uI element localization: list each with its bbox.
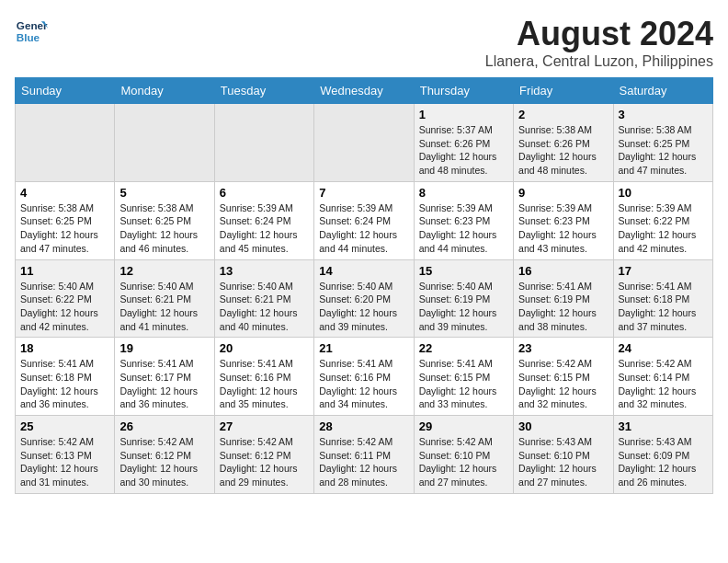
calendar-cell: 9Sunrise: 5:39 AM Sunset: 6:23 PM Daylig… bbox=[514, 181, 613, 259]
day-number: 21 bbox=[319, 341, 408, 355]
svg-text:General: General bbox=[17, 19, 48, 31]
logo: General Blue bbox=[15, 15, 48, 48]
calendar-cell: 19Sunrise: 5:41 AM Sunset: 6:17 PM Dayli… bbox=[115, 338, 214, 416]
calendar-cell: 14Sunrise: 5:40 AM Sunset: 6:20 PM Dayli… bbox=[314, 259, 414, 338]
calendar-cell: 10Sunrise: 5:39 AM Sunset: 6:22 PM Dayli… bbox=[613, 181, 712, 259]
calendar-cell: 15Sunrise: 5:40 AM Sunset: 6:19 PM Dayli… bbox=[414, 259, 513, 338]
calendar-week-row: 18Sunrise: 5:41 AM Sunset: 6:18 PM Dayli… bbox=[16, 338, 713, 416]
column-header-monday: Monday bbox=[115, 78, 214, 104]
day-number: 18 bbox=[20, 341, 109, 355]
column-header-sunday: Sunday bbox=[16, 78, 115, 104]
day-info: Sunrise: 5:41 AM Sunset: 6:19 PM Dayligh… bbox=[518, 280, 608, 334]
calendar-cell: 25Sunrise: 5:42 AM Sunset: 6:13 PM Dayli… bbox=[16, 416, 115, 494]
day-info: Sunrise: 5:42 AM Sunset: 6:10 PM Dayligh… bbox=[419, 435, 508, 489]
calendar-cell: 30Sunrise: 5:43 AM Sunset: 6:10 PM Dayli… bbox=[514, 416, 613, 494]
logo-icon: General Blue bbox=[15, 15, 48, 48]
day-number: 2 bbox=[518, 108, 608, 121]
column-header-friday: Friday bbox=[514, 78, 613, 104]
day-info: Sunrise: 5:42 AM Sunset: 6:12 PM Dayligh… bbox=[220, 435, 309, 489]
calendar-cell: 23Sunrise: 5:42 AM Sunset: 6:15 PM Dayli… bbox=[514, 338, 613, 416]
calendar-cell: 13Sunrise: 5:40 AM Sunset: 6:21 PM Dayli… bbox=[214, 259, 313, 338]
calendar-week-row: 1Sunrise: 5:37 AM Sunset: 6:26 PM Daylig… bbox=[16, 104, 713, 182]
day-info: Sunrise: 5:38 AM Sunset: 6:25 PM Dayligh… bbox=[20, 201, 109, 256]
page-header: General Blue August 2024 Llanera, Centra… bbox=[15, 15, 713, 70]
calendar-cell: 4Sunrise: 5:38 AM Sunset: 6:25 PM Daylig… bbox=[16, 181, 115, 259]
day-info: Sunrise: 5:40 AM Sunset: 6:20 PM Dayligh… bbox=[319, 280, 408, 334]
calendar-cell: 20Sunrise: 5:41 AM Sunset: 6:16 PM Dayli… bbox=[214, 338, 313, 416]
calendar-header-row: SundayMondayTuesdayWednesdayThursdayFrid… bbox=[16, 78, 713, 104]
day-number: 14 bbox=[319, 264, 408, 278]
day-info: Sunrise: 5:43 AM Sunset: 6:10 PM Dayligh… bbox=[518, 435, 608, 489]
day-number: 23 bbox=[518, 341, 608, 355]
day-info: Sunrise: 5:42 AM Sunset: 6:13 PM Dayligh… bbox=[20, 435, 109, 489]
calendar-cell bbox=[16, 104, 115, 182]
calendar-cell: 5Sunrise: 5:38 AM Sunset: 6:25 PM Daylig… bbox=[115, 181, 214, 259]
day-number: 12 bbox=[119, 264, 209, 278]
day-number: 29 bbox=[419, 419, 508, 433]
day-info: Sunrise: 5:40 AM Sunset: 6:21 PM Dayligh… bbox=[119, 280, 209, 334]
calendar-cell: 12Sunrise: 5:40 AM Sunset: 6:21 PM Dayli… bbox=[115, 259, 214, 338]
day-number: 17 bbox=[619, 264, 708, 278]
calendar-cell: 17Sunrise: 5:41 AM Sunset: 6:18 PM Dayli… bbox=[613, 259, 712, 338]
day-number: 22 bbox=[419, 341, 508, 355]
column-header-wednesday: Wednesday bbox=[314, 78, 414, 104]
day-number: 4 bbox=[20, 186, 109, 200]
calendar-cell: 29Sunrise: 5:42 AM Sunset: 6:10 PM Dayli… bbox=[414, 416, 513, 494]
day-info: Sunrise: 5:42 AM Sunset: 6:12 PM Dayligh… bbox=[119, 435, 209, 489]
day-info: Sunrise: 5:38 AM Sunset: 6:25 PM Dayligh… bbox=[119, 201, 209, 256]
day-info: Sunrise: 5:40 AM Sunset: 6:21 PM Dayligh… bbox=[220, 280, 309, 334]
day-info: Sunrise: 5:39 AM Sunset: 6:23 PM Dayligh… bbox=[518, 201, 608, 256]
day-info: Sunrise: 5:42 AM Sunset: 6:11 PM Dayligh… bbox=[319, 435, 408, 489]
day-info: Sunrise: 5:42 AM Sunset: 6:15 PM Dayligh… bbox=[518, 357, 608, 411]
day-number: 10 bbox=[619, 186, 708, 200]
day-number: 20 bbox=[220, 341, 309, 355]
day-number: 6 bbox=[220, 186, 309, 200]
calendar-cell: 26Sunrise: 5:42 AM Sunset: 6:12 PM Dayli… bbox=[115, 416, 214, 494]
location-subtitle: Llanera, Central Luzon, Philippines bbox=[485, 53, 713, 70]
day-info: Sunrise: 5:41 AM Sunset: 6:18 PM Dayligh… bbox=[20, 357, 109, 411]
day-number: 16 bbox=[518, 264, 608, 278]
title-block: August 2024 Llanera, Central Luzon, Phil… bbox=[485, 15, 713, 70]
day-info: Sunrise: 5:41 AM Sunset: 6:15 PM Dayligh… bbox=[419, 357, 508, 411]
day-info: Sunrise: 5:41 AM Sunset: 6:18 PM Dayligh… bbox=[619, 280, 708, 334]
day-number: 13 bbox=[220, 264, 309, 278]
calendar-cell: 24Sunrise: 5:42 AM Sunset: 6:14 PM Dayli… bbox=[613, 338, 712, 416]
month-year-title: August 2024 bbox=[485, 15, 713, 53]
calendar-cell: 1Sunrise: 5:37 AM Sunset: 6:26 PM Daylig… bbox=[414, 104, 513, 182]
calendar-cell bbox=[214, 104, 313, 182]
day-number: 24 bbox=[619, 341, 708, 355]
day-number: 19 bbox=[119, 341, 209, 355]
calendar-cell: 7Sunrise: 5:39 AM Sunset: 6:24 PM Daylig… bbox=[314, 181, 414, 259]
calendar-week-row: 25Sunrise: 5:42 AM Sunset: 6:13 PM Dayli… bbox=[16, 416, 713, 494]
day-info: Sunrise: 5:39 AM Sunset: 6:24 PM Dayligh… bbox=[220, 201, 309, 256]
day-number: 25 bbox=[20, 419, 109, 433]
column-header-thursday: Thursday bbox=[414, 78, 513, 104]
day-info: Sunrise: 5:39 AM Sunset: 6:22 PM Dayligh… bbox=[619, 201, 708, 256]
day-number: 8 bbox=[419, 186, 508, 200]
day-info: Sunrise: 5:38 AM Sunset: 6:25 PM Dayligh… bbox=[619, 123, 708, 178]
column-header-saturday: Saturday bbox=[613, 78, 712, 104]
calendar-cell: 28Sunrise: 5:42 AM Sunset: 6:11 PM Dayli… bbox=[314, 416, 414, 494]
calendar-week-row: 4Sunrise: 5:38 AM Sunset: 6:25 PM Daylig… bbox=[16, 181, 713, 259]
day-info: Sunrise: 5:41 AM Sunset: 6:17 PM Dayligh… bbox=[119, 357, 209, 411]
calendar-week-row: 11Sunrise: 5:40 AM Sunset: 6:22 PM Dayli… bbox=[16, 259, 713, 338]
calendar-cell: 22Sunrise: 5:41 AM Sunset: 6:15 PM Dayli… bbox=[414, 338, 513, 416]
column-header-tuesday: Tuesday bbox=[214, 78, 313, 104]
day-number: 3 bbox=[619, 108, 708, 121]
calendar-table: SundayMondayTuesdayWednesdayThursdayFrid… bbox=[15, 77, 713, 494]
calendar-cell: 16Sunrise: 5:41 AM Sunset: 6:19 PM Dayli… bbox=[514, 259, 613, 338]
day-number: 9 bbox=[518, 186, 608, 200]
calendar-cell: 31Sunrise: 5:43 AM Sunset: 6:09 PM Dayli… bbox=[613, 416, 712, 494]
calendar-cell: 11Sunrise: 5:40 AM Sunset: 6:22 PM Dayli… bbox=[16, 259, 115, 338]
day-number: 5 bbox=[119, 186, 209, 200]
day-info: Sunrise: 5:41 AM Sunset: 6:16 PM Dayligh… bbox=[319, 357, 408, 411]
day-number: 30 bbox=[518, 419, 608, 433]
calendar-cell: 6Sunrise: 5:39 AM Sunset: 6:24 PM Daylig… bbox=[214, 181, 313, 259]
day-number: 26 bbox=[119, 419, 209, 433]
day-info: Sunrise: 5:37 AM Sunset: 6:26 PM Dayligh… bbox=[419, 123, 508, 178]
day-number: 31 bbox=[619, 419, 708, 433]
calendar-cell bbox=[314, 104, 414, 182]
day-info: Sunrise: 5:39 AM Sunset: 6:24 PM Dayligh… bbox=[319, 201, 408, 256]
calendar-cell bbox=[115, 104, 214, 182]
day-number: 11 bbox=[20, 264, 109, 278]
